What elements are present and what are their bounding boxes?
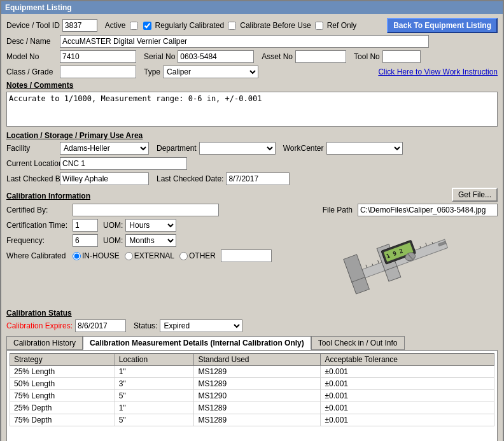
svg-line-3: [366, 265, 367, 268]
location-section-header: Location / Storage / Primary Use Area: [6, 131, 498, 140]
svg-line-13: [425, 243, 426, 246]
inhouse-radio-label: IN-HOUSE: [73, 251, 120, 260]
ref-only-checkbox[interactable]: [315, 22, 323, 30]
table-row: 75% Depth5"MS1289±0.001: [10, 414, 494, 426]
regularly-calibrated-label: Regularly Calibrated: [155, 21, 225, 30]
table-row: 50% Length3"MS1289±0.001: [10, 378, 494, 390]
table-cell-location: 5": [115, 414, 194, 426]
uom-hours-label: UOM:: [103, 221, 123, 230]
serial-no-label: Serial No: [144, 52, 175, 61]
type-select[interactable]: Caliper: [163, 66, 258, 78]
other-text-input[interactable]: [221, 249, 272, 262]
table-cell-tolerance: ±0.001: [321, 378, 494, 390]
caliper-image: 1 9 2: [342, 221, 498, 306]
ref-only-label: Ref Only: [327, 21, 357, 30]
device-tool-id-label: Device / Tool ID: [6, 21, 60, 30]
workcenter-select[interactable]: [326, 142, 403, 155]
uom-hours-select[interactable]: Hours Days Weeks Months: [125, 219, 176, 232]
calibration-table: Strategy Location Standard Used Acceptab…: [10, 353, 494, 426]
table-cell-strategy: 25% Length: [10, 366, 115, 378]
table-cell-tolerance: ±0.001: [321, 414, 494, 426]
tab-content-area: Strategy Location Standard Used Acceptab…: [6, 350, 498, 441]
other-radio-label: OTHER: [179, 251, 216, 260]
active-label: Active: [105, 21, 126, 30]
table-cell-standard: MS1290: [194, 390, 321, 402]
inhouse-radio[interactable]: [73, 252, 81, 260]
svg-line-12: [420, 246, 421, 248]
calibration-expires-label: Calibration Expires:: [6, 321, 73, 330]
table-cell-strategy: 25% Depth: [10, 402, 115, 414]
last-checked-date-input[interactable]: [226, 172, 290, 185]
get-file-button[interactable]: Get File...: [452, 188, 498, 202]
table-row: 25% Length1"MS1289±0.001: [10, 366, 494, 378]
active-checkbox[interactable]: [130, 22, 138, 30]
table-cell-tolerance: ±0.001: [321, 402, 494, 414]
serial-no-input[interactable]: [178, 50, 254, 63]
type-label: Type: [144, 67, 160, 76]
regularly-calibrated-checkbox[interactable]: [143, 22, 151, 30]
department-label: Department: [157, 144, 197, 153]
device-tool-id-input[interactable]: [62, 19, 97, 32]
status-select[interactable]: Expired Active Due Soon: [160, 319, 242, 332]
certified-by-label: Certified By:: [6, 206, 70, 214]
frequency-label: Frequency:: [6, 236, 70, 245]
status-label: Status:: [134, 321, 157, 330]
external-radio[interactable]: [125, 252, 133, 260]
table-cell-strategy: 75% Depth: [10, 414, 115, 426]
uom-months-label: UOM:: [103, 236, 123, 245]
svg-line-4: [372, 263, 373, 265]
table-cell-location: 1": [115, 366, 194, 378]
window-title: Equipment Listing: [5, 3, 72, 12]
certified-by-input[interactable]: [73, 204, 219, 216]
uom-months-select[interactable]: Hours Days Weeks Months: [125, 234, 176, 247]
table-cell-standard: MS1289: [194, 402, 321, 414]
table-cell-location: 3": [115, 378, 194, 390]
last-checked-by-input[interactable]: [60, 172, 149, 185]
tab-tool-check[interactable]: Tool Check in / Out Info: [311, 336, 405, 350]
certification-time-input[interactable]: [73, 219, 98, 232]
frequency-input[interactable]: [73, 234, 98, 247]
table-cell-standard: MS1289: [194, 366, 321, 378]
class-grade-label: Class / Grade: [6, 67, 57, 76]
file-path-input[interactable]: [358, 204, 498, 216]
other-radio[interactable]: [179, 252, 188, 260]
notes-section-header: Notes / Comments: [6, 81, 498, 90]
main-window: Equipment Listing Device / Tool ID Activ…: [0, 0, 504, 441]
col-strategy: Strategy: [10, 354, 115, 366]
tab-bar: Calibration History Calibration Measurem…: [6, 336, 498, 350]
title-bar: Equipment Listing: [1, 1, 503, 14]
class-grade-input[interactable]: [60, 66, 136, 78]
current-location-input[interactable]: [60, 157, 187, 170]
desc-name-input[interactable]: [60, 35, 429, 48]
svg-line-5: [377, 260, 379, 263]
col-standard: Standard Used: [194, 354, 321, 366]
work-instruction-link[interactable]: Click Here to View Work Instruction: [378, 67, 498, 76]
col-location: Location: [115, 354, 194, 366]
asset-no-input[interactable]: [295, 50, 346, 63]
tab-calibration-history[interactable]: Calibration History: [6, 336, 83, 350]
table-row: 75% Length5"MS1290±0.001: [10, 390, 494, 402]
facility-select[interactable]: Adams-Heller: [60, 142, 149, 155]
calibrate-before-use-label: Calibrate Before Use: [240, 21, 311, 30]
table-cell-tolerance: ±0.001: [321, 390, 494, 402]
table-cell-standard: MS1289: [194, 378, 321, 390]
calibrate-before-use-checkbox[interactable]: [228, 22, 236, 30]
tool-no-input[interactable]: [382, 50, 421, 63]
calibration-section-header: Calibration Information: [6, 192, 90, 200]
where-calibrated-label: Where Calibrated: [6, 251, 70, 260]
col-tolerance: Acceptable Tolerance: [321, 354, 494, 366]
external-radio-label: EXTERNAL: [125, 251, 174, 260]
department-select[interactable]: [199, 142, 276, 155]
desc-name-label: Desc / Name: [6, 37, 57, 46]
current-location-label: Current Location: [6, 159, 57, 168]
tab-measurement-details[interactable]: Calibration Measurement Details (Interna…: [83, 336, 311, 350]
calibration-status-header: Calibration Status: [6, 309, 498, 318]
calibration-expires-input[interactable]: [75, 319, 126, 332]
workcenter-label: WorkCenter: [283, 144, 324, 153]
back-to-equipment-button[interactable]: Back To Equipment Listing: [387, 18, 498, 33]
notes-textarea[interactable]: [6, 92, 498, 127]
certification-time-label: Certification Time:: [6, 221, 70, 230]
facility-label: Facility: [6, 144, 57, 153]
model-no-input[interactable]: [60, 50, 136, 63]
table-cell-strategy: 75% Length: [10, 390, 115, 402]
